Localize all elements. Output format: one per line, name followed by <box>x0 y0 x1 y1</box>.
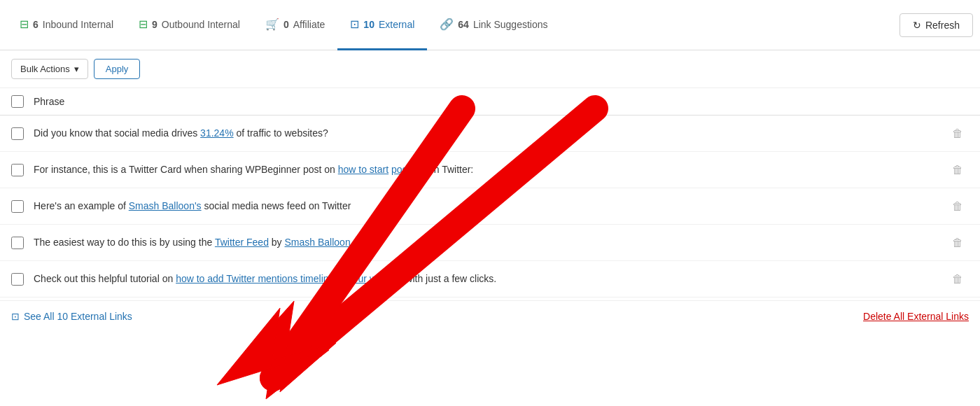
phrase-column-header: Phrase <box>34 96 64 107</box>
toolbar: Bulk Actions ▾ Apply <box>0 50 980 88</box>
tab-link-suggestions[interactable]: 🔗 64 Link Suggestions <box>427 0 560 50</box>
tab-inbound-internal[interactable]: ⊟ 6 Inbound Internal <box>7 0 126 50</box>
refresh-area: ↻ Refresh <box>899 0 973 50</box>
inbound-internal-count: 6 <box>33 19 38 30</box>
link-suggestions-count: 64 <box>458 19 469 30</box>
refresh-button[interactable]: ↻ Refresh <box>899 13 973 37</box>
table-row: Check out this helpful tutorial on how t… <box>0 261 980 298</box>
affiliate-label: Affiliate <box>293 19 326 30</box>
outbound-internal-count: 9 <box>152 19 158 30</box>
table-row: Did you know that social media drives 31… <box>0 115 980 152</box>
link-suggestions-icon: 🔗 <box>440 18 454 31</box>
row-3-delete-button[interactable]: 🗑 <box>946 197 969 216</box>
table-header: Phrase <box>0 88 980 115</box>
affiliate-count: 0 <box>284 19 289 30</box>
main-container: ⊟ 6 Inbound Internal ⊟ 9 Outbound Intern… <box>0 0 980 406</box>
external-count: 10 <box>363 19 374 30</box>
inbound-internal-icon: ⊟ <box>20 18 29 31</box>
table-row: For instance, this is a Twitter Card whe… <box>0 152 980 188</box>
tab-outbound-internal[interactable]: ⊟ 9 Outbound Internal <box>126 0 253 50</box>
tab-external[interactable]: ⊡ 10 External <box>337 0 427 50</box>
bulk-actions-label: Bulk Actions <box>20 64 70 74</box>
row-1-delete-button[interactable]: 🗑 <box>946 125 969 143</box>
row-5-delete-button[interactable]: 🗑 <box>946 270 969 288</box>
row-3-text: Here's an example of Smash Balloon's soc… <box>34 199 946 214</box>
row-3-link[interactable]: Smash Balloon's <box>129 200 202 211</box>
affiliate-icon: 🛒 <box>265 18 279 31</box>
table-row: The easiest way to do this is by using t… <box>0 225 980 261</box>
row-4-link1[interactable]: Twitter Feed <box>215 237 269 248</box>
refresh-label: Refresh <box>925 20 960 31</box>
row-2-link2[interactable]: podcast <box>391 164 426 175</box>
chevron-down-icon: ▾ <box>74 64 79 74</box>
row-4-link2[interactable]: Smash Balloon <box>285 237 351 248</box>
apply-label: Apply <box>106 64 129 74</box>
row-4-text: The easiest way to do this is by using t… <box>34 235 946 250</box>
link-suggestions-label: Link Suggestions <box>473 19 548 30</box>
outbound-internal-icon: ⊟ <box>139 18 148 31</box>
outbound-internal-label: Outbound Internal <box>162 19 240 30</box>
refresh-icon: ↻ <box>913 20 921 31</box>
see-all-external-links[interactable]: ⊡ See All 10 External Links <box>11 311 132 322</box>
row-2-text: For instance, this is a Twitter Card whe… <box>34 162 946 177</box>
row-5-link[interactable]: how to add Twitter mentions timeline to … <box>176 273 402 284</box>
row-5-checkbox[interactable] <box>11 273 24 286</box>
table-row: Here's an example of Smash Balloon's soc… <box>0 188 980 225</box>
delete-all-label: Delete All External Links <box>863 311 969 322</box>
row-5-text: Check out this helpful tutorial on how t… <box>34 272 946 286</box>
external-icon: ⊡ <box>350 18 359 31</box>
row-4-checkbox[interactable] <box>11 237 24 249</box>
row-2-link1[interactable]: how to start <box>338 164 388 175</box>
row-1-text: Did you know that social media drives 31… <box>34 126 946 141</box>
external-label: External <box>379 19 414 30</box>
row-3-checkbox[interactable] <box>11 200 24 213</box>
tabs-bar: ⊟ 6 Inbound Internal ⊟ 9 Outbound Intern… <box>0 0 980 50</box>
apply-button[interactable]: Apply <box>94 59 141 79</box>
row-1-checkbox[interactable] <box>11 127 24 140</box>
see-all-label: See All 10 External Links <box>24 311 132 322</box>
row-2-delete-button[interactable]: 🗑 <box>946 161 969 179</box>
row-2-checkbox[interactable] <box>11 164 24 176</box>
bulk-actions-button[interactable]: Bulk Actions ▾ <box>11 59 88 79</box>
inbound-internal-label: Inbound Internal <box>43 19 113 30</box>
delete-all-external-links[interactable]: Delete All External Links <box>863 311 969 322</box>
row-1-link[interactable]: 31.24% <box>200 127 233 139</box>
row-4-delete-button[interactable]: 🗑 <box>946 234 969 252</box>
select-all-checkbox[interactable] <box>11 95 24 108</box>
external-link-icon: ⊡ <box>11 311 20 322</box>
table-footer: ⊡ See All 10 External Links Delete All E… <box>0 300 980 332</box>
tab-affiliate[interactable]: 🛒 0 Affiliate <box>253 0 337 50</box>
